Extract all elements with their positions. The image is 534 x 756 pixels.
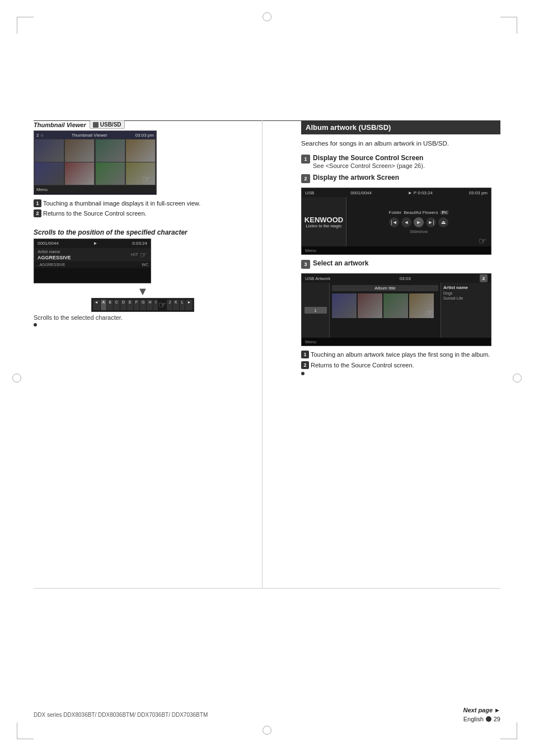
thumb-2 bbox=[65, 139, 94, 162]
artwork-right-line2: Sunset Life bbox=[443, 296, 489, 300]
thumb-4 bbox=[126, 139, 155, 162]
char-ctrl-1: HIT bbox=[131, 252, 138, 257]
ctrl-eject[interactable]: ⏏ bbox=[438, 217, 448, 227]
right-bottom-step-1: 1 Touching an album artwork twice plays … bbox=[301, 351, 500, 359]
artwork-center: Album title ☞ bbox=[330, 283, 441, 338]
bullet-dot-right bbox=[301, 372, 305, 375]
char-btn-I[interactable]: I bbox=[153, 300, 158, 310]
right-bottom-badge-2: 2 bbox=[301, 361, 309, 369]
right-subtitle: Searches for songs in an album artwork i… bbox=[301, 139, 500, 148]
usb-sd-text: USB/SD bbox=[100, 122, 121, 128]
artwork-right: Artist name Dogs Sunset Life bbox=[441, 283, 491, 338]
thumb-grid bbox=[34, 139, 156, 185]
char-btn-next[interactable]: ► bbox=[185, 300, 193, 310]
char-hit-label: WC bbox=[142, 263, 148, 267]
char-time-val: 0:03:24 bbox=[132, 241, 147, 246]
ctrl-play[interactable]: ► bbox=[414, 217, 424, 227]
ctrl-prev-prev[interactable]: |◄ bbox=[389, 217, 399, 227]
char-btn-D[interactable]: D bbox=[120, 300, 127, 310]
char-btn-prev[interactable]: ◄ bbox=[93, 300, 100, 310]
artwork-menu-label: Menu bbox=[305, 339, 316, 344]
artwork-right-title: Artist name bbox=[443, 285, 489, 290]
folder-info: Folder Beautiful Flowers P< bbox=[389, 210, 449, 215]
char-btn-G[interactable]: G bbox=[140, 300, 146, 310]
usb-controls: |◄ ◄ ► ►| ⏏ bbox=[389, 217, 448, 227]
art-thumb-4: ☞ bbox=[409, 293, 434, 318]
char-btn-L[interactable]: L bbox=[180, 300, 185, 310]
album-title-label: Album title bbox=[374, 286, 395, 291]
usb-screen-body: KENWOOD Listen to the magic Folder Beaut… bbox=[302, 197, 491, 246]
usb-left-panel: KENWOOD Listen to the magic bbox=[302, 197, 346, 246]
artwork-right-line1: Dogs bbox=[443, 291, 489, 295]
crosshair-top bbox=[263, 12, 271, 21]
thumbnail-viewer-label: Thumbnail Viewer USB/SD bbox=[34, 120, 252, 129]
right-step-badge-1: 1 bbox=[301, 155, 310, 164]
char-btn-H[interactable]: H bbox=[147, 300, 153, 310]
char-track-label: .. AGGRESSIVE bbox=[36, 263, 65, 267]
thumb-7 bbox=[96, 162, 125, 185]
folder-label: Folder bbox=[389, 210, 402, 215]
right-step-title-3: Select an artwork bbox=[313, 259, 500, 267]
hand-cursor-usb: ☞ bbox=[479, 236, 486, 246]
char-btn-A[interactable]: A bbox=[101, 300, 107, 310]
step-1: 1 Touching a thumbnail image displays it… bbox=[34, 199, 252, 208]
char-track-num: 0001/0044 bbox=[38, 241, 59, 246]
down-arrow: ▼ bbox=[34, 286, 252, 297]
step-text-1: Touching a thumbnail image displays it i… bbox=[43, 199, 252, 208]
album-artwork-header: Album artwork (USB/SD) bbox=[301, 120, 500, 134]
char-btn-J[interactable]: J bbox=[167, 300, 172, 310]
right-step-title-1: Display the Source Control Screen bbox=[313, 154, 500, 162]
right-step-1: 1 Display the Source Control Screen See … bbox=[301, 154, 500, 169]
right-step-content-3: Select an artwork bbox=[313, 259, 500, 267]
thumb-3 bbox=[96, 139, 125, 162]
usb-artwork-screen: USB 0001/0044 ► P 0:03:24 03:03 pm KENWO… bbox=[301, 188, 491, 255]
scrolls-text: Scrolls to the selected character. bbox=[34, 314, 252, 321]
artwork-body: 1 Album title ☞ bbox=[302, 283, 491, 338]
usb-menu-label: Menu bbox=[305, 248, 316, 253]
artwork-top-time: 03:03 bbox=[400, 276, 411, 281]
kenwood-brand: KENWOOD bbox=[305, 216, 343, 224]
step-text-2: Returns to the Source Control screen. bbox=[43, 209, 252, 218]
char-btn-E[interactable]: E bbox=[127, 300, 133, 310]
hand-cursor-art: ☞ bbox=[425, 308, 433, 317]
thumbnail-viewer-title: Thumbnail Viewer bbox=[34, 122, 86, 128]
char-top-bar: 0001/0044 ► 0:03:24 bbox=[34, 239, 151, 248]
kenwood-sub: Listen to the magic bbox=[306, 224, 342, 228]
right-step-content-2: Display the artwork Screen bbox=[313, 174, 500, 181]
crosshair-right bbox=[513, 374, 522, 382]
corner-mark-tr bbox=[500, 17, 517, 34]
artwork-screen-bottom: Menu bbox=[302, 338, 491, 346]
ctrl-prev[interactable]: ◄ bbox=[401, 217, 411, 227]
screen-menu-bar-1: Menu bbox=[34, 185, 156, 193]
section2-title: Scrolls to the position of the specified… bbox=[34, 228, 252, 236]
slideshow-label: Slideshow bbox=[410, 230, 428, 234]
folder-name: Beautiful Flowers bbox=[404, 210, 438, 215]
crosshair-bottom bbox=[263, 726, 271, 735]
thumb-6 bbox=[65, 162, 94, 185]
footer-language: English bbox=[463, 716, 484, 722]
step-badge-2: 2 bbox=[34, 209, 41, 217]
left-column: Thumbnail Viewer USB/SD 2 ☆ Thumbnail Vi… bbox=[34, 120, 252, 329]
char-screen: 0001/0044 ► 0:03:24 Artist name AGGRESSI… bbox=[34, 239, 151, 283]
right-step-3: 3 Select an artwork bbox=[301, 259, 500, 269]
artwork-left: 1 bbox=[302, 283, 330, 338]
char-buttons-container: ◄ A B C D E F G H I ☞ J K L ► bbox=[91, 298, 195, 312]
step-badge-1: 1 bbox=[34, 199, 41, 207]
corner-mark-tl bbox=[17, 17, 34, 34]
char-btn-C[interactable]: C bbox=[114, 300, 120, 310]
page-circle bbox=[486, 716, 491, 722]
char-hand: ☞ bbox=[140, 250, 147, 259]
screen-badge-1: 2 ☆ bbox=[36, 133, 44, 138]
char-btn-B[interactable]: B bbox=[107, 300, 113, 310]
screen-time-1: 03:03 pm bbox=[135, 133, 154, 138]
menu-label-1: Menu bbox=[36, 187, 48, 192]
right-bottom-text-2: Returns to the Source Control screen. bbox=[311, 361, 500, 370]
char-hand-2: ☞ bbox=[158, 300, 166, 310]
ctrl-next[interactable]: ►| bbox=[426, 217, 436, 227]
thumb-5 bbox=[35, 162, 64, 185]
right-step-badge-2: 2 bbox=[301, 174, 310, 183]
char-btn-F[interactable]: F bbox=[134, 300, 139, 310]
char-buttons-row: ◄ A B C D E F G H I ☞ J K L ► bbox=[34, 298, 252, 312]
char-btn-K[interactable]: K bbox=[173, 300, 179, 310]
art-thumb-2 bbox=[358, 293, 382, 318]
